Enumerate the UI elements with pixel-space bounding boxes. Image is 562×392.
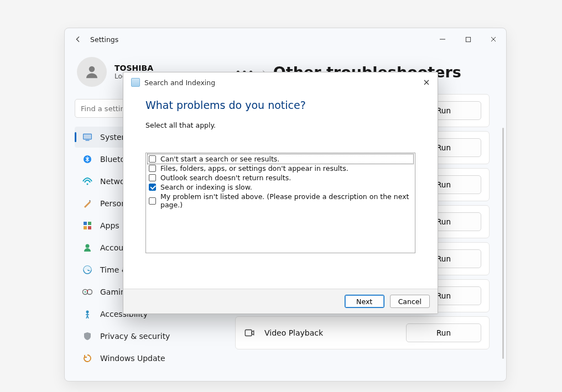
nav-icon	[82, 331, 92, 341]
checkbox[interactable]	[149, 165, 156, 172]
maximize-button[interactable]	[455, 30, 481, 48]
svg-point-2	[89, 66, 95, 72]
option-row-1[interactable]: Files, folders, apps, or settings don't …	[148, 164, 413, 173]
svg-point-18	[86, 311, 89, 313]
svg-point-7	[87, 184, 89, 185]
checkbox[interactable]	[149, 197, 156, 205]
dialog-instruction: Select all that apply.	[145, 121, 415, 129]
svg-rect-5	[86, 140, 90, 140]
option-row-4[interactable]: My problem isn't listed above. (Please p…	[148, 192, 413, 210]
profile-name: TOSHIBA	[115, 64, 153, 72]
checkbox[interactable]	[149, 155, 156, 163]
option-row-3[interactable]: Search or indexing is slow.	[148, 182, 413, 192]
svg-rect-1	[466, 37, 470, 41]
svg-rect-4	[84, 134, 92, 139]
nav-icon	[82, 221, 92, 231]
checkbox[interactable]	[149, 184, 156, 191]
svg-rect-26	[245, 330, 252, 336]
back-button[interactable]	[74, 35, 82, 44]
nav-icon	[82, 243, 92, 253]
dialog-close-button[interactable]	[420, 76, 433, 89]
sidebar-item-10[interactable]: Windows Update	[75, 348, 226, 369]
svg-rect-10	[84, 226, 87, 229]
next-button[interactable]: Next	[345, 295, 384, 308]
video-icon	[243, 327, 256, 339]
nav-icon	[82, 132, 92, 142]
svg-point-17	[85, 291, 86, 292]
svg-rect-8	[84, 222, 87, 225]
titlebar: Settings	[65, 28, 506, 50]
nav-icon	[82, 353, 92, 363]
sidebar-item-label: Apps	[100, 221, 119, 230]
nav-icon	[82, 265, 92, 275]
troubleshooter-icon	[131, 78, 140, 87]
troubleshooter-label: Video Playback	[264, 328, 397, 337]
checkbox[interactable]	[149, 174, 156, 181]
svg-rect-9	[88, 222, 91, 225]
option-label: Outlook search doesn't return results.	[160, 174, 291, 182]
option-list: Can't start a search or see results.File…	[145, 153, 415, 253]
option-row-2[interactable]: Outlook search doesn't return results.	[148, 173, 413, 182]
nav-icon	[82, 176, 92, 186]
nav-icon	[82, 154, 92, 164]
option-label: My problem isn't listed above. (Please p…	[160, 192, 412, 209]
svg-point-12	[86, 244, 90, 248]
nav-icon	[82, 198, 92, 208]
troubleshooter-card-6: Video Playback Run	[235, 316, 490, 349]
cancel-button[interactable]: Cancel	[390, 295, 430, 308]
sidebar-item-label: Privacy & security	[100, 332, 170, 341]
nav-icon	[82, 287, 92, 297]
sidebar-item-label: Windows Update	[100, 354, 165, 363]
svg-rect-11	[88, 226, 91, 229]
close-button[interactable]	[481, 30, 506, 48]
dialog-app-label: Search and Indexing	[144, 79, 215, 87]
option-label: Search or indexing is slow.	[160, 183, 252, 191]
svg-point-16	[87, 290, 88, 291]
option-row-0[interactable]: Can't start a search or see results.	[148, 154, 413, 164]
option-label: Files, folders, apps, or settings don't …	[160, 164, 348, 173]
option-label: Can't start a search or see results.	[160, 155, 279, 163]
avatar	[77, 57, 107, 87]
sidebar-item-9[interactable]: Privacy & security	[75, 326, 226, 347]
dialog-title: What problems do you notice?	[145, 99, 415, 111]
run-button[interactable]: Run	[406, 323, 481, 342]
nav-icon	[82, 309, 92, 319]
troubleshooter-dialog: Search and Indexing What problems do you…	[123, 72, 438, 314]
scrollbar[interactable]	[502, 128, 504, 359]
dialog-header: Search and Indexing	[123, 72, 438, 89]
minimize-button[interactable]	[430, 30, 455, 48]
window-title: Settings	[90, 35, 118, 44]
